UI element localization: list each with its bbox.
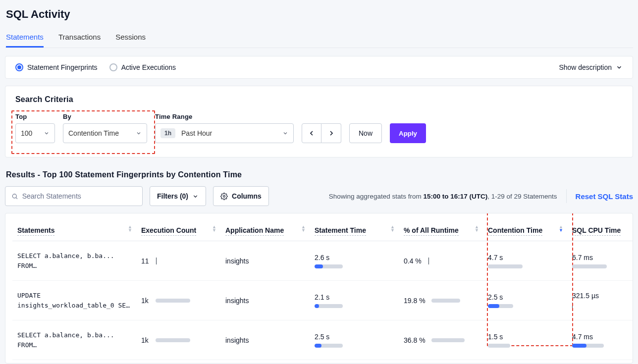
app-name: insights xyxy=(225,336,249,344)
time-next-button[interactable] xyxy=(321,123,341,143)
radio-icon xyxy=(15,63,23,71)
radio-statement-fingerprints[interactable]: Statement Fingerprints xyxy=(15,63,98,71)
main-tabs: Statements Transactions Sessions xyxy=(5,30,633,48)
now-label: Now xyxy=(359,129,372,137)
col-stmt-time[interactable]: Statement Time ▲▼ xyxy=(310,222,399,241)
table-row[interactable]: SELECT a.balance, b.ba...FROM… 1k insigh… xyxy=(12,320,633,360)
top-field: Top 100 xyxy=(15,113,55,143)
time-nav xyxy=(302,123,341,143)
search-criteria-title: Search Criteria xyxy=(15,95,623,104)
view-mode-card: Statement Fingerprints Active Executions… xyxy=(5,56,633,79)
stmt-time: 2.6 s xyxy=(315,254,394,261)
chevron-left-icon xyxy=(308,129,316,137)
sort-icon[interactable]: ▲▼ xyxy=(212,225,216,232)
statement-text: UPDATEinsights_workload_table_0 SE… xyxy=(17,291,131,310)
pct-runtime: 19.8 % xyxy=(404,297,425,305)
time-prev-button[interactable] xyxy=(302,123,321,143)
sort-icon[interactable]: ▲▼ xyxy=(475,225,479,232)
cpu-time: 321.5 µs xyxy=(572,292,633,300)
contention-time: 2.5 s xyxy=(488,293,562,301)
time-range-field: Time Range 1h Past Hour xyxy=(155,113,294,143)
chevron-down-icon xyxy=(616,64,623,71)
columns-button[interactable]: Columns xyxy=(213,186,269,206)
tab-sessions[interactable]: Sessions xyxy=(115,30,146,48)
criteria-row: Top 100 By Contention Time Time Range 1h… xyxy=(15,113,623,143)
tab-statements[interactable]: Statements xyxy=(6,30,44,48)
stmt-time: 2.5 s xyxy=(315,333,394,341)
col-statements[interactable]: Statements ▲▼ xyxy=(12,222,136,241)
time-range-label: Time Range xyxy=(155,113,294,120)
sort-icon[interactable]: ▲▼ xyxy=(301,225,306,232)
top-value: 100 xyxy=(21,129,32,137)
stmt-time: 2.1 s xyxy=(315,293,394,301)
top-select[interactable]: 100 xyxy=(15,123,55,143)
search-criteria-card: Search Criteria Top 100 By Contention Ti… xyxy=(5,86,633,157)
sort-icon[interactable]: ▲▼ xyxy=(128,225,132,232)
columns-label: Columns xyxy=(232,192,262,200)
results-table: Statements ▲▼ Execution Count ▲▼ Applica… xyxy=(12,222,633,360)
svg-point-0 xyxy=(12,194,16,198)
by-value: Contention Time xyxy=(68,129,119,137)
table-row[interactable]: UPDATEinsights_workload_table_0 SE… 1k i… xyxy=(12,281,633,320)
radio-active-executions[interactable]: Active Executions xyxy=(109,63,176,71)
statement-text: SELECT a.balance, b.ba...FROM… xyxy=(17,251,131,270)
now-button[interactable]: Now xyxy=(349,123,382,143)
pct-runtime: 0.4 % xyxy=(404,257,423,265)
filters-label: Filters (0) xyxy=(157,192,188,200)
filters-button[interactable]: Filters (0) xyxy=(150,186,206,206)
search-icon xyxy=(11,193,18,200)
exec-count: 11 xyxy=(141,257,149,265)
chevron-down-icon xyxy=(192,193,199,200)
sort-icon[interactable]: ▲▼ xyxy=(559,225,563,232)
reset-sql-stats-link[interactable]: Reset SQL Stats xyxy=(576,192,633,201)
search-input[interactable] xyxy=(22,192,136,200)
radio-label: Active Executions xyxy=(121,63,176,71)
col-pct-runtime[interactable]: % of All Runtime ▲▼ xyxy=(399,222,483,241)
search-input-wrapper xyxy=(5,186,143,206)
col-app-name[interactable]: Application Name ▲▼ xyxy=(220,222,310,241)
app-name: insights xyxy=(225,297,249,305)
col-exec-count[interactable]: Execution Count ▲▼ xyxy=(136,222,220,241)
divider xyxy=(566,189,567,203)
radio-label: Statement Fingerprints xyxy=(27,63,98,71)
view-mode-radio-group: Statement Fingerprints Active Executions xyxy=(15,63,176,71)
show-description-label: Show description xyxy=(559,63,612,71)
top-label: Top xyxy=(15,113,55,120)
by-label: By xyxy=(63,113,147,120)
bar-tick xyxy=(572,303,573,310)
summary-text: Showing aggregated stats from 15:00 to 1… xyxy=(329,193,557,200)
app-name: insights xyxy=(225,257,249,265)
contention-time: 1.5 s xyxy=(488,333,562,341)
by-select[interactable]: Contention Time xyxy=(63,123,147,143)
svg-point-2 xyxy=(223,195,225,197)
by-field: By Contention Time xyxy=(63,113,147,143)
gear-icon xyxy=(220,193,228,200)
results-heading: Results - Top 100 Statement Fingerprints… xyxy=(6,170,633,179)
time-range-value: Past Hour xyxy=(181,129,212,137)
bar-tick xyxy=(428,258,429,264)
results-toolbar: Filters (0) Columns Showing aggregated s… xyxy=(5,186,633,206)
radio-icon xyxy=(109,63,117,71)
time-range-badge: 1h xyxy=(160,128,175,138)
tab-transactions[interactable]: Transactions xyxy=(58,30,101,48)
apply-button[interactable]: Apply xyxy=(390,123,426,143)
contention-time: 4.7 s xyxy=(488,254,562,261)
statement-text: SELECT a.balance, b.ba...FROM… xyxy=(17,330,131,350)
chevron-down-icon xyxy=(282,130,288,136)
chevron-right-icon xyxy=(327,129,335,137)
time-range-select[interactable]: 1h Past Hour xyxy=(155,123,294,143)
chevron-down-icon xyxy=(44,130,50,136)
col-contention[interactable]: Contention Time ▲▼ xyxy=(483,222,567,241)
table-row[interactable]: SELECT a.balance, b.ba...FROM… 11 insigh… xyxy=(12,241,633,281)
exec-count: 1k xyxy=(141,336,149,344)
results-table-card: Statements ▲▼ Execution Count ▲▼ Applica… xyxy=(5,213,633,364)
svg-line-1 xyxy=(16,198,17,199)
exec-count: 1k xyxy=(141,297,149,305)
sort-icon[interactable]: ▲▼ xyxy=(390,225,395,232)
bar-tick xyxy=(156,258,157,264)
pct-runtime: 36.8 % xyxy=(404,336,425,344)
show-description-toggle[interactable]: Show description xyxy=(559,63,623,71)
chevron-down-icon xyxy=(136,130,142,136)
cpu-time: 4.7 ms xyxy=(572,333,633,341)
col-cpu-time[interactable]: SQL CPU Time xyxy=(567,222,633,241)
